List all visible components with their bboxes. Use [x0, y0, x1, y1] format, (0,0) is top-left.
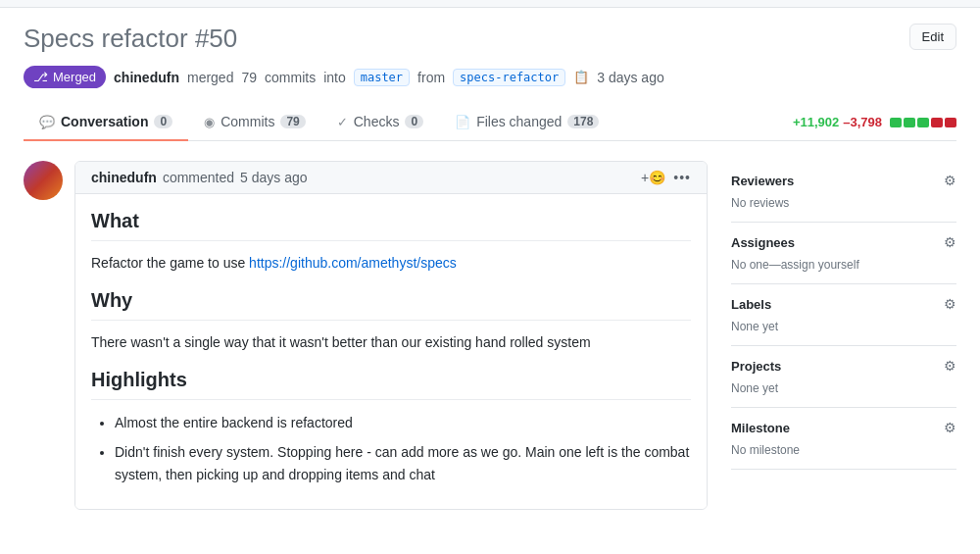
diff-seg-5	[945, 118, 956, 127]
sidebar-section-reviewers: Reviewers ⚙ No reviews	[731, 161, 956, 223]
reviewers-title: Reviewers	[731, 174, 794, 188]
merged-badge-label: Merged	[53, 70, 96, 84]
section-heading-what: What	[91, 210, 691, 241]
page-container: Specs refactor #50 Edit ⎇ Merged chinedu…	[0, 8, 980, 526]
add-reaction-button[interactable]: +😊	[641, 170, 665, 185]
milestone-value: No milestone	[731, 443, 956, 457]
section-heading-highlights: Highlights	[91, 369, 691, 400]
diff-stats: +11,902 –3,798	[793, 115, 956, 129]
labels-value: None yet	[731, 320, 956, 333]
comment-box: chinedufn commented 5 days ago +😊 ••• Wh…	[74, 161, 708, 510]
sidebar-labels-header: Labels ⚙	[731, 296, 956, 312]
tab-conversation-count: 0	[154, 115, 172, 128]
tab-checks-label: Checks	[354, 114, 400, 129]
pr-commits-word: commits	[265, 70, 316, 85]
assignees-gear-icon[interactable]: ⚙	[944, 234, 956, 250]
projects-gear-icon[interactable]: ⚙	[944, 358, 956, 374]
diff-seg-2	[904, 118, 915, 127]
section-para-why: There wasn't a single way that it wasn't…	[91, 332, 691, 353]
pr-header: Specs refactor #50 Edit	[24, 24, 956, 54]
tab-commits[interactable]: ◉ Commits 79	[188, 104, 321, 141]
comment-header: chinedufn commented 5 days ago +😊 •••	[75, 162, 707, 194]
diff-seg-3	[917, 118, 929, 127]
sidebar-projects-header: Projects ⚙	[731, 358, 956, 374]
tab-checks-count: 0	[405, 115, 423, 128]
pr-action: merged	[187, 70, 233, 85]
milestone-gear-icon[interactable]: ⚙	[944, 420, 956, 435]
comment-more-button[interactable]: •••	[673, 170, 691, 185]
files-changed-icon: 📄	[455, 115, 470, 129]
comment-action: commented	[163, 170, 234, 185]
comment-wrapper: chinedufn commented 5 days ago +😊 ••• Wh…	[24, 161, 708, 510]
head-branch[interactable]: specs-refactor	[453, 69, 565, 86]
diff-seg-1	[890, 118, 902, 127]
projects-title: Projects	[731, 359, 781, 374]
tab-files-changed-count: 178	[567, 115, 599, 128]
pr-number: #50	[195, 24, 237, 53]
copy-icon[interactable]: 📋	[573, 70, 589, 84]
tab-conversation-label: Conversation	[61, 114, 148, 129]
merge-icon: ⎇	[33, 70, 48, 84]
tab-files-changed-label: Files changed	[476, 114, 562, 129]
comment-header-left: chinedufn commented 5 days ago	[91, 170, 308, 185]
highlight-item-1: Almost the entire backend is refactored	[115, 412, 691, 433]
base-branch[interactable]: master	[354, 69, 410, 86]
pr-author[interactable]: chinedufn	[114, 70, 179, 85]
checks-icon: ✓	[337, 115, 348, 129]
tab-checks[interactable]: ✓ Checks 0	[321, 104, 439, 141]
conversation-icon: 💬	[39, 115, 55, 129]
tab-commits-label: Commits	[220, 114, 274, 129]
sidebar-assignees-header: Assignees ⚙	[731, 234, 956, 250]
tabs-bar: 💬 Conversation 0 ◉ Commits 79 ✓ Checks 0…	[24, 104, 956, 141]
pr-title-text: Specs refactor	[24, 24, 188, 53]
sidebar-reviewers-header: Reviewers ⚙	[731, 173, 956, 188]
reviewers-value: No reviews	[731, 196, 956, 210]
merged-badge: ⎇ Merged	[24, 66, 106, 88]
diff-seg-4	[931, 118, 943, 127]
commits-icon: ◉	[204, 115, 215, 129]
pr-commits-count: 79	[241, 70, 257, 85]
comment-header-actions: +😊 •••	[641, 170, 691, 185]
pr-from-word: from	[417, 70, 445, 85]
comment-body: What Refactor the game to use https://gi…	[75, 194, 707, 509]
comment-time: 5 days ago	[240, 170, 308, 185]
pr-time: 3 days ago	[597, 70, 664, 85]
labels-gear-icon[interactable]: ⚙	[944, 296, 956, 312]
sidebar-section-projects: Projects ⚙ None yet	[731, 346, 956, 408]
sidebar-milestone-header: Milestone ⚙	[731, 420, 956, 435]
section-heading-why: Why	[91, 289, 691, 321]
deletions-stat: –3,798	[843, 115, 882, 129]
tab-commits-count: 79	[280, 115, 305, 128]
tab-conversation[interactable]: 💬 Conversation 0	[24, 104, 188, 141]
highlight-item-2: Didn't finish every system. Stopping her…	[115, 441, 691, 485]
content-area: chinedufn commented 5 days ago +😊 ••• Wh…	[24, 161, 708, 510]
sidebar-section-labels: Labels ⚙ None yet	[731, 284, 956, 346]
sidebar-section-assignees: Assignees ⚙ No one—assign yourself	[731, 223, 956, 284]
additions-stat: +11,902	[793, 115, 839, 129]
milestone-title: Milestone	[731, 421, 790, 435]
sidebar: Reviewers ⚙ No reviews Assignees ⚙ No on…	[731, 161, 956, 510]
edit-button[interactable]: Edit	[909, 24, 956, 50]
specs-link[interactable]: https://github.com/amethyst/specs	[249, 255, 457, 271]
tab-files-changed[interactable]: 📄 Files changed 178	[439, 104, 614, 141]
labels-title: Labels	[731, 297, 771, 312]
diff-bar	[890, 118, 956, 127]
main-layout: chinedufn commented 5 days ago +😊 ••• Wh…	[24, 141, 956, 510]
highlights-list: Almost the entire backend is refactored …	[91, 412, 691, 485]
avatar	[24, 161, 63, 200]
top-bar	[0, 0, 980, 8]
section-para-what: Refactor the game to use https://github.…	[91, 253, 691, 274]
pr-title: Specs refactor #50	[24, 24, 237, 54]
pr-meta: ⎇ Merged chinedufn merged 79 commits int…	[24, 66, 956, 88]
assignees-value: No one—assign yourself	[731, 258, 956, 272]
avatar-image	[24, 161, 63, 200]
assignees-title: Assignees	[731, 235, 795, 250]
reviewers-gear-icon[interactable]: ⚙	[944, 173, 956, 188]
pr-into-word: into	[323, 70, 346, 85]
projects-value: None yet	[731, 381, 956, 395]
comment-author[interactable]: chinedufn	[91, 170, 157, 185]
sidebar-section-milestone: Milestone ⚙ No milestone	[731, 408, 956, 470]
